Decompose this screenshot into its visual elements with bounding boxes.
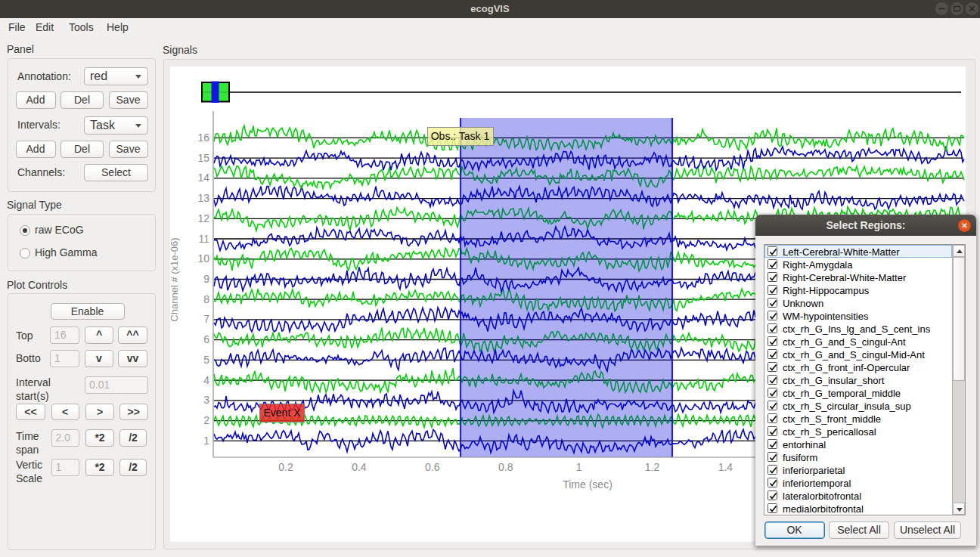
svg-text:5: 5 <box>203 354 209 366</box>
svg-text:1.2: 1.2 <box>645 461 660 473</box>
svg-text:7: 7 <box>203 313 209 325</box>
svg-text:0.2: 0.2 <box>278 461 293 473</box>
svg-text:16: 16 <box>197 132 209 144</box>
svg-text:9: 9 <box>203 273 209 285</box>
svg-text:0.4: 0.4 <box>352 461 367 473</box>
svg-text:Channel # (x1e-06): Channel # (x1e-06) <box>170 237 180 321</box>
svg-text:14: 14 <box>197 172 209 184</box>
svg-text:3: 3 <box>203 394 209 406</box>
svg-text:1: 1 <box>576 461 582 473</box>
svg-text:0.6: 0.6 <box>425 461 440 473</box>
svg-text:13: 13 <box>197 192 209 204</box>
svg-text:1: 1 <box>203 435 209 447</box>
svg-text:Time (sec): Time (sec) <box>563 478 612 490</box>
svg-text:11: 11 <box>198 233 209 245</box>
svg-text:2: 2 <box>203 414 209 426</box>
svg-text:1.4: 1.4 <box>718 461 733 473</box>
svg-text:0.8: 0.8 <box>498 461 513 473</box>
svg-text:12: 12 <box>197 212 209 224</box>
svg-text:6: 6 <box>203 333 209 345</box>
svg-text:10: 10 <box>197 252 209 265</box>
svg-text:15: 15 <box>197 152 209 164</box>
svg-text:4: 4 <box>203 374 209 386</box>
svg-text:8: 8 <box>203 293 209 305</box>
